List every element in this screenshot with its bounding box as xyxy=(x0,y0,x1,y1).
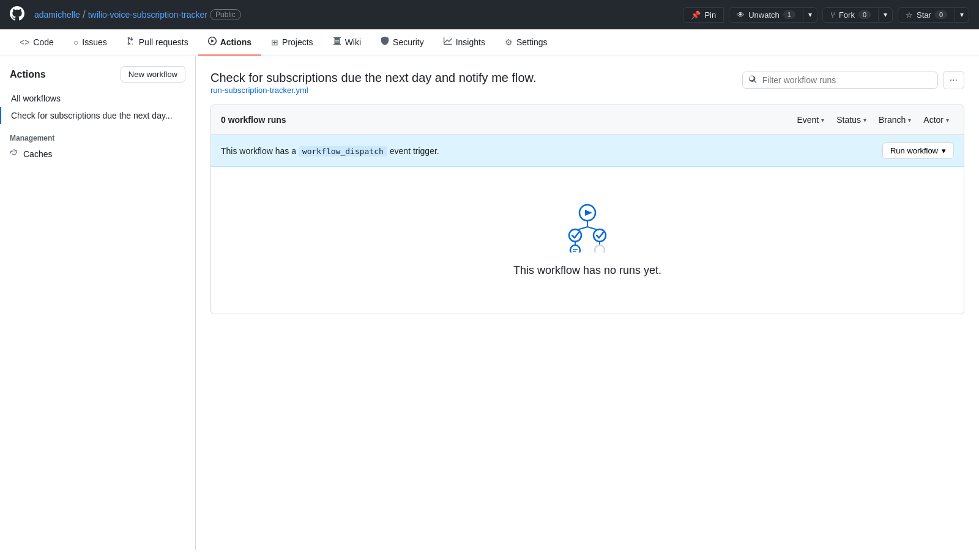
runs-count: 0 workflow runs xyxy=(221,115,286,125)
insights-icon xyxy=(444,37,452,47)
tab-security[interactable]: Security xyxy=(371,29,434,56)
tab-pull-requests-label: Pull requests xyxy=(139,37,188,47)
unwatch-button[interactable]: 👁 Unwatch 1 xyxy=(729,7,803,23)
filter-event-label: Event xyxy=(797,115,819,125)
tab-wiki-label: Wiki xyxy=(345,37,361,47)
empty-state: This workflow has no runs yet. xyxy=(211,167,964,314)
status-dropdown-arrow-icon: ▾ xyxy=(863,117,866,123)
dispatch-notice-text: This workflow has a workflow_dispatch ev… xyxy=(221,146,439,156)
issues-icon: ○ xyxy=(73,37,78,47)
security-icon xyxy=(381,37,389,47)
fork-button[interactable]: ⑂ Fork 0 xyxy=(822,7,879,23)
filter-branch-label: Branch xyxy=(879,115,906,125)
pin-button-group: 📌 Pin xyxy=(683,7,724,23)
tab-code-label: Code xyxy=(33,37,53,47)
star-count: 0 xyxy=(935,10,947,19)
unwatch-dropdown[interactable]: ▾ xyxy=(803,7,817,23)
main-layout: Actions New workflow All workflows Check… xyxy=(0,56,979,550)
tab-code[interactable]: <> Code xyxy=(10,29,64,56)
pin-icon: 📌 xyxy=(691,10,701,20)
fork-label: Fork xyxy=(839,10,855,20)
dispatch-text-suffix: event trigger. xyxy=(390,146,439,156)
pin-button[interactable]: 📌 Pin xyxy=(683,7,724,23)
tab-issues-label: Issues xyxy=(82,37,106,47)
branch-dropdown-arrow-icon: ▾ xyxy=(908,117,911,123)
filter-actor-button[interactable]: Actor ▾ xyxy=(918,112,954,127)
svg-point-5 xyxy=(569,229,581,241)
star-button-group: ☆ Star 0 ▾ xyxy=(898,7,969,23)
filter-status-button[interactable]: Status ▾ xyxy=(832,112,871,127)
filter-actor-label: Actor xyxy=(923,115,944,125)
fork-count: 0 xyxy=(858,10,871,19)
repo-nav: <> Code ○ Issues Pull requests Actions ⊞… xyxy=(0,29,979,56)
workflow-file-link[interactable]: run-subscription-tracker.yml xyxy=(210,86,308,95)
owner-link[interactable]: adamichelle xyxy=(34,10,80,20)
runs-header: 0 workflow runs Event ▾ Status ▾ Branch … xyxy=(211,105,964,135)
caches-label: Caches xyxy=(23,149,52,159)
star-button[interactable]: ☆ Star 0 xyxy=(898,7,955,23)
pull-requests-icon xyxy=(127,37,135,47)
actor-dropdown-arrow-icon: ▾ xyxy=(946,117,949,123)
repo-path: adamichelle / twilio-voice-subscription-… xyxy=(34,9,241,21)
search-icon xyxy=(748,75,757,86)
svg-marker-1 xyxy=(585,210,592,216)
topbar-actions: 📌 Pin 👁 Unwatch 1 ▾ ⑂ Fork 0 ▾ ☆ Star xyxy=(683,7,969,23)
more-options-button[interactable]: ··· xyxy=(943,71,964,89)
fork-dropdown[interactable]: ▾ xyxy=(879,7,893,23)
tab-actions-label: Actions xyxy=(220,37,251,47)
header-right: ··· xyxy=(742,71,964,89)
filter-input-wrap xyxy=(742,72,938,89)
topbar: adamichelle / twilio-voice-subscription-… xyxy=(0,0,979,29)
tab-insights-label: Insights xyxy=(456,37,485,47)
caches-icon xyxy=(10,149,18,159)
sidebar-management-section: Management xyxy=(0,124,195,145)
run-workflow-label: Run workflow xyxy=(890,146,938,155)
tab-security-label: Security xyxy=(393,37,424,47)
new-workflow-button[interactable]: New workflow xyxy=(121,66,185,83)
dispatch-code: workflow_dispatch xyxy=(299,146,387,157)
sidebar-header: Actions New workflow xyxy=(0,66,195,90)
tab-settings[interactable]: ⚙ Settings xyxy=(495,29,557,56)
pin-label: Pin xyxy=(704,10,716,20)
tab-wiki[interactable]: Wiki xyxy=(323,29,371,56)
main-content: Check for subscriptions due the next day… xyxy=(196,56,979,550)
dispatch-text-prefix: This workflow has a xyxy=(221,146,296,156)
repo-link[interactable]: twilio-voice-subscription-tracker xyxy=(88,10,207,20)
tab-issues[interactable]: ○ Issues xyxy=(64,29,117,56)
dispatch-notice: This workflow has a workflow_dispatch ev… xyxy=(211,135,964,167)
tab-projects-label: Projects xyxy=(282,37,313,47)
star-dropdown[interactable]: ▾ xyxy=(955,7,969,23)
filter-status-label: Status xyxy=(836,115,861,125)
unwatch-button-group: 👁 Unwatch 1 ▾ xyxy=(729,7,817,23)
run-workflow-button[interactable]: Run workflow ▾ xyxy=(882,142,954,159)
unwatch-count: 1 xyxy=(783,10,795,19)
workflow-runs-empty-icon xyxy=(557,204,618,254)
sidebar-item-active-workflow[interactable]: Check for subscriptions due the next day… xyxy=(0,107,195,124)
unwatch-label: Unwatch xyxy=(748,10,780,20)
tab-pull-requests[interactable]: Pull requests xyxy=(117,29,198,56)
svg-point-6 xyxy=(594,229,606,241)
svg-point-12 xyxy=(595,245,605,252)
actions-icon xyxy=(208,37,217,47)
code-icon: <> xyxy=(20,37,29,47)
filter-event-button[interactable]: Event ▾ xyxy=(792,112,829,127)
fork-button-group: ⑂ Fork 0 ▾ xyxy=(822,7,893,23)
tab-insights[interactable]: Insights xyxy=(434,29,495,56)
eye-icon: 👁 xyxy=(737,10,745,20)
filter-workflow-runs-input[interactable] xyxy=(742,72,938,89)
empty-state-text: This workflow has no runs yet. xyxy=(513,264,661,277)
projects-icon: ⊞ xyxy=(271,37,278,47)
visibility-badge: Public xyxy=(210,9,241,20)
tab-projects[interactable]: ⊞ Projects xyxy=(261,29,323,56)
star-label: Star xyxy=(917,10,931,20)
content-title: Check for subscriptions due the next day… xyxy=(210,71,537,85)
sidebar-item-all-workflows[interactable]: All workflows xyxy=(0,90,195,107)
tab-actions[interactable]: Actions xyxy=(198,29,261,56)
content-header: Check for subscriptions due the next day… xyxy=(210,71,964,95)
run-workflow-arrow-icon: ▾ xyxy=(942,146,946,155)
event-dropdown-arrow-icon: ▾ xyxy=(821,117,824,123)
filter-branch-button[interactable]: Branch ▾ xyxy=(874,112,916,127)
sidebar-item-caches[interactable]: Caches xyxy=(0,145,195,163)
runs-panel: 0 workflow runs Event ▾ Status ▾ Branch … xyxy=(210,105,964,314)
tab-settings-label: Settings xyxy=(516,37,548,47)
